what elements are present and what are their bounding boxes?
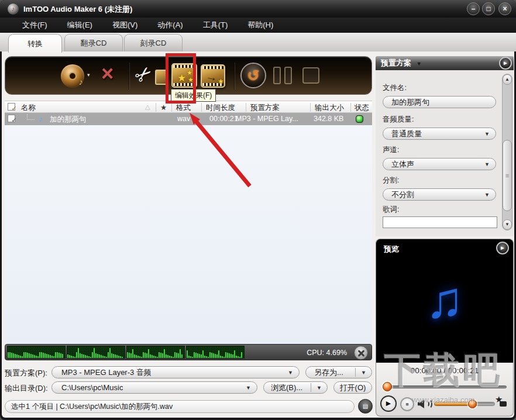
lyrics-input[interactable] <box>383 216 497 228</box>
column-separator <box>156 103 156 112</box>
preview-play-button[interactable]: ▶ <box>380 395 397 412</box>
maximize-button[interactable]: □ <box>482 2 495 15</box>
menu-help[interactable]: 帮助(H) <box>247 20 273 30</box>
channels-dropdown[interactable]: 立体声 ▼ <box>383 158 496 170</box>
export-arrow-icon: → <box>205 69 219 85</box>
item-info-button[interactable]: ▤ <box>358 399 373 414</box>
preset-dropdown[interactable]: MP3 - MPEG Layer-3 音频 ▼ <box>51 366 300 378</box>
cut-clip-button[interactable]: ✂ <box>135 63 168 89</box>
export-button[interactable]: → ★ <box>201 64 225 88</box>
menu-edit[interactable]: 编辑(E) <box>67 20 92 30</box>
convert-button[interactable]: ↺ <box>240 63 266 88</box>
toolbar-separator <box>129 63 130 89</box>
audio-quality-dropdown[interactable]: 普通质量 ▼ <box>383 128 496 140</box>
film-icon <box>500 401 507 407</box>
audio-note-icon: ♪ <box>39 114 43 123</box>
browse-label: 浏览(B)... <box>264 383 302 393</box>
status-led-green <box>356 115 363 123</box>
list-icon: ▤ <box>363 403 368 409</box>
filename-label: 文件名: <box>383 83 407 93</box>
seek-slider[interactable] <box>384 385 507 388</box>
stop-icon: ■ <box>405 401 408 407</box>
col-name[interactable]: 名称 <box>21 103 36 113</box>
row-checkbox[interactable]: ✓ <box>8 115 15 122</box>
tree-branch <box>27 114 35 120</box>
rating-star-icon[interactable]: ★ <box>160 103 167 112</box>
preset-label: 预置方案(P): <box>5 368 47 378</box>
col-status[interactable]: 状态 <box>355 103 369 113</box>
row-output-size: 342.8 KB <box>314 115 343 123</box>
scroll-up-button[interactable]: ▲ <box>503 74 512 85</box>
waveform-block <box>67 346 125 359</box>
tab-rip-cd-label: 翻录CD <box>81 39 107 47</box>
sort-asc-icon[interactable]: △ <box>145 103 150 111</box>
side-panel-header[interactable]: 预置方案 ▼ ► <box>376 56 514 70</box>
split-dropdown[interactable]: 不分割 ▼ <box>383 188 496 201</box>
scrollbar-thumb[interactable]: ≡ <box>503 140 512 211</box>
select-all-checkbox[interactable]: ✓ <box>8 103 15 111</box>
stop-button[interactable] <box>302 67 319 84</box>
grip-icon: ≡ <box>505 172 509 179</box>
seek-knob[interactable] <box>383 382 392 391</box>
tab-burn-cd-label: 刻录CD <box>140 39 167 47</box>
disc-hole <box>68 72 77 80</box>
play-circle-icon: ► <box>503 60 508 66</box>
col-output-size[interactable]: 输出大小 <box>315 103 344 113</box>
music-note-icon: ♫ <box>376 270 514 330</box>
window-title: ImTOO Audio Maker 6 (未注册) <box>23 4 132 15</box>
menu-tools[interactable]: 工具(T) <box>203 20 228 30</box>
pause-button-bar[interactable] <box>284 67 292 84</box>
audio-quality-label: 音频质量: <box>383 115 414 125</box>
waveform-block <box>126 346 185 359</box>
menu-file[interactable]: 文件(F) <box>22 20 47 30</box>
convert-icon: ↺ <box>247 67 260 84</box>
filename-input[interactable]: 加的那两句 <box>383 96 496 108</box>
menu-action[interactable]: 动作(A) <box>157 20 183 30</box>
output-dir-value: C:\Users\pc\Music <box>52 383 123 392</box>
waveform-block <box>7 346 66 359</box>
arrow-down-icon: ▼ <box>505 222 510 227</box>
preset-value: MP3 - MPEG Layer-3 音频 <box>52 367 152 378</box>
volume-knob[interactable] <box>468 400 477 408</box>
open-button[interactable]: 打开(O) <box>333 381 372 394</box>
chevron-down-icon[interactable]: ▼ <box>356 370 371 376</box>
output-dir-dropdown[interactable]: C:\Users\pc\Music ▼ <box>51 381 257 394</box>
tab-burn-cd[interactable]: 刻录CD <box>124 34 183 51</box>
preview-time: 00:00:00 / 00:00:21 <box>376 366 514 375</box>
minimize-button[interactable]: – <box>467 2 480 15</box>
speaker-wave <box>426 399 432 409</box>
arrow-up-icon: ▲ <box>505 77 510 82</box>
side-panel-title: 预置方案 <box>381 58 411 67</box>
maximize-icon: □ <box>486 5 490 13</box>
menu-view[interactable]: 视图(V) <box>112 20 137 30</box>
menu-bar: 文件(F) 编辑(E) 视图(V) 动作(A) 工具(T) 帮助(H) <box>0 18 516 33</box>
scroll-down-button[interactable]: ▼ <box>503 219 512 230</box>
preview-expand-button[interactable]: ► <box>496 242 509 254</box>
chevron-down-icon[interactable]: ▼ <box>311 385 327 391</box>
panel-scrollbar[interactable]: ▲ ≡ ▼ <box>502 74 512 230</box>
delete-button[interactable]: × <box>101 61 113 86</box>
preview-stop-button[interactable]: ■ <box>400 397 414 411</box>
check-icon: ✓ <box>12 117 17 123</box>
pause-button[interactable] <box>273 67 281 84</box>
preview-effects-button[interactable]: ★ <box>495 397 508 409</box>
browse-button[interactable]: 浏览(B)... ▼ <box>263 381 328 394</box>
volume-slider-fill[interactable] <box>434 402 473 406</box>
save-as-button[interactable]: 另存为... ▼ <box>305 366 372 378</box>
volume-mute-button[interactable] <box>418 399 431 409</box>
column-separator <box>350 103 351 112</box>
close-button[interactable]: × <box>498 2 511 15</box>
chevron-down-icon: ▼ <box>484 131 496 137</box>
cpu-usage: CPU: 4.69% <box>307 349 347 357</box>
split-value: 不分割 <box>383 190 414 200</box>
add-audio-button[interactable]: ♪ <box>61 64 84 88</box>
panel-expand-button[interactable]: ► <box>499 57 512 70</box>
channels-label: 声道: <box>383 145 399 155</box>
speaker-icon <box>418 400 424 408</box>
tools-button[interactable] <box>354 346 368 360</box>
tab-rip-cd[interactable]: 翻录CD <box>64 34 123 51</box>
add-audio-dropdown-icon[interactable]: ▾ <box>87 72 90 78</box>
column-separator <box>171 103 172 112</box>
tab-convert[interactable]: 转换 <box>8 34 62 53</box>
app-logo-note: ♪ <box>12 5 15 12</box>
